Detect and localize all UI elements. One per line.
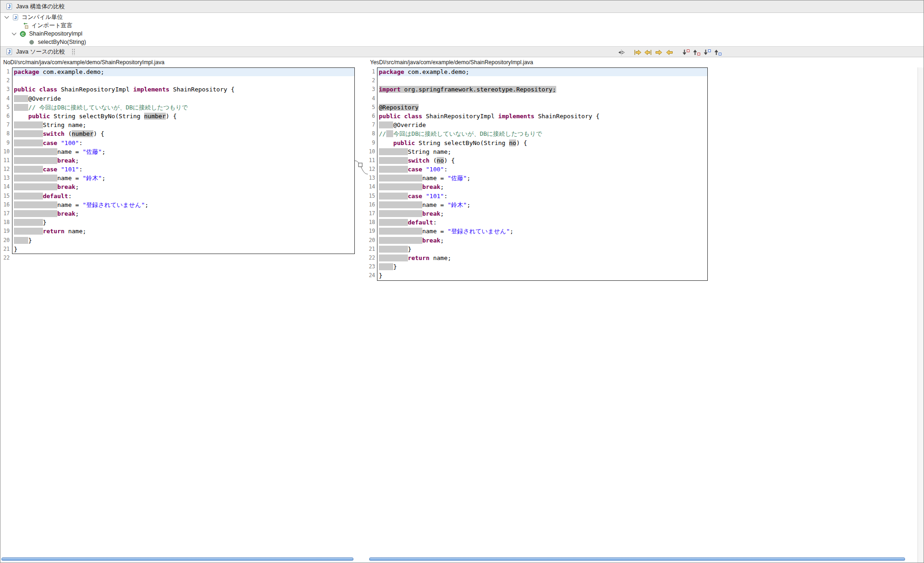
code-line[interactable]: 1package com.example.demo; — [368, 67, 708, 76]
tree-item-class[interactable]: CShainRepositoryImpl — [0, 30, 924, 38]
code-line[interactable]: 13 name = "鈴木"; — [0, 174, 355, 182]
code-token: String selectByNo(String — [415, 139, 509, 146]
code-line[interactable]: 14 break; — [0, 182, 355, 191]
code-line[interactable]: 24} — [368, 271, 708, 280]
code-token: ( — [430, 157, 437, 164]
code-token: name = — [57, 148, 83, 155]
right-source-viewer[interactable]: 1package com.example.demo;23import org.s… — [368, 67, 918, 563]
code-line[interactable]: 9 public String selectByNo(String no) { — [368, 139, 708, 147]
code-line[interactable]: 16 name = "鈴木"; — [368, 200, 708, 209]
code-line[interactable]: 8// 今回はDBに接続していないが、DBに接続したつもりで — [368, 129, 708, 138]
code-line[interactable]: 2 — [0, 76, 355, 85]
code-token — [14, 157, 57, 164]
code-line[interactable]: 19 return name; — [0, 227, 355, 236]
code-token — [379, 193, 408, 200]
chevron-down-icon[interactable] — [5, 14, 9, 19]
line-number: 17 — [368, 209, 377, 218]
code-line[interactable]: 11 break; — [0, 156, 355, 165]
code-line[interactable]: 6public class ShainRepositoryImpl implem… — [368, 112, 708, 121]
code-token: return — [408, 254, 430, 261]
code-token: "100" — [426, 166, 444, 173]
code-token — [57, 139, 61, 146]
toolbar-drag-handle[interactable] — [72, 48, 75, 55]
code-line[interactable]: 12 case "101": — [0, 165, 355, 174]
code-token: } — [28, 237, 32, 244]
copy-all-right-to-left-button[interactable] — [643, 48, 653, 57]
code-line[interactable]: 19 name = "登録されていません"; — [368, 227, 708, 236]
code-line[interactable]: 15 default: — [0, 192, 355, 200]
code-line[interactable]: 17 break; — [0, 209, 355, 218]
code-line[interactable]: 4 — [368, 94, 708, 103]
code-token — [14, 219, 43, 226]
line-number: 16 — [368, 200, 377, 209]
code-line[interactable]: 8 switch (number) { — [0, 129, 355, 138]
diff-connector[interactable] — [355, 67, 368, 563]
code-text: public String selectByNo(String no) { — [377, 139, 708, 147]
code-line[interactable]: 23 } — [368, 262, 708, 271]
code-token — [14, 121, 43, 128]
line-number: 2 — [368, 76, 377, 85]
code-line[interactable]: 13 name = "佐藤"; — [368, 174, 708, 182]
code-token — [14, 210, 57, 217]
code-token: "登録されていません" — [448, 228, 510, 235]
line-number: 3 — [368, 85, 377, 94]
code-line[interactable]: 14 break; — [368, 182, 708, 191]
code-token: com.example.demo; — [39, 68, 104, 75]
left-code-lines: 1package com.example.demo;23public class… — [0, 67, 355, 262]
code-text: name = "登録されていません"; — [377, 227, 708, 236]
previous-change-icon — [713, 49, 722, 56]
copy-all-left-to-right-button[interactable] — [632, 48, 643, 57]
code-line[interactable]: 2 — [368, 76, 708, 85]
code-line[interactable]: 18 } — [0, 218, 355, 227]
right-horizontal-scrollbar[interactable] — [369, 557, 905, 561]
line-number: 13 — [0, 174, 12, 182]
code-line[interactable]: 17 break; — [368, 209, 708, 218]
code-line[interactable]: 1package com.example.demo; — [0, 67, 355, 76]
tree-item-method[interactable]: selectByNo(String) — [0, 38, 924, 46]
code-line[interactable]: 22 return name; — [368, 254, 708, 262]
code-text: name = "鈴木"; — [377, 200, 708, 209]
code-line[interactable]: 5 // 今回はDBに接続していないが、DBに接続したつもりで — [0, 103, 355, 112]
code-line[interactable]: 18 default: — [368, 218, 708, 227]
previous-change-button[interactable] — [712, 48, 723, 57]
code-token: ; — [440, 183, 444, 190]
code-line[interactable]: 4 @Override — [0, 94, 355, 103]
code-line[interactable]: 22 — [0, 254, 355, 262]
code-token: name; — [430, 254, 451, 261]
code-line[interactable]: 7 @Override — [368, 121, 708, 129]
copy-current-right-to-left-button[interactable] — [664, 48, 675, 57]
code-line[interactable]: 9 case "100": — [0, 139, 355, 147]
code-text: case "101": — [12, 165, 355, 174]
code-text — [377, 94, 708, 103]
tree-item-import-declarations[interactable]: インポート宣言 — [0, 21, 924, 30]
code-line[interactable]: 20 break; — [368, 236, 708, 245]
code-line[interactable]: 21} — [0, 245, 355, 254]
chevron-down-icon[interactable] — [12, 31, 17, 36]
code-line[interactable]: 12 case "100": — [368, 165, 708, 174]
code-token: String name; — [408, 148, 451, 155]
code-line[interactable]: 20 } — [0, 236, 355, 245]
left-horizontal-scrollbar[interactable] — [1, 557, 353, 561]
code-token: default — [43, 193, 68, 200]
code-line[interactable]: 15 case "101": — [368, 192, 708, 200]
code-line[interactable]: 5@Repository — [368, 103, 708, 112]
overview-ruler[interactable] — [918, 67, 924, 563]
code-line[interactable]: 7 String name; — [0, 121, 355, 129]
code-line[interactable]: 3public class ShainRepositoryImpl implem… — [0, 85, 355, 94]
copy-current-left-to-right-button[interactable] — [653, 48, 664, 57]
tree-item-compilation-unit[interactable]: Jコンパイル単位 — [0, 13, 924, 21]
code-line[interactable]: 6 public String selectByNo(String number… — [0, 112, 355, 121]
next-difference-button[interactable] — [680, 48, 691, 57]
code-line[interactable]: 11 switch (no) { — [368, 156, 708, 165]
code-line[interactable]: 10 String name; — [368, 147, 708, 156]
code-line[interactable]: 3import org.springframework.stereotype.R… — [368, 85, 708, 94]
swap-direction-button[interactable] — [616, 48, 626, 57]
line-number: 16 — [0, 200, 12, 209]
code-token: } — [43, 219, 47, 226]
left-source-viewer[interactable]: 1package com.example.demo;23public class… — [0, 67, 355, 563]
code-line[interactable]: 21 } — [368, 245, 708, 254]
code-line[interactable]: 10 name = "佐藤"; — [0, 147, 355, 156]
next-change-button[interactable] — [701, 48, 712, 57]
code-line[interactable]: 16 name = "登録されていません"; — [0, 200, 355, 209]
previous-difference-button[interactable] — [691, 48, 701, 57]
